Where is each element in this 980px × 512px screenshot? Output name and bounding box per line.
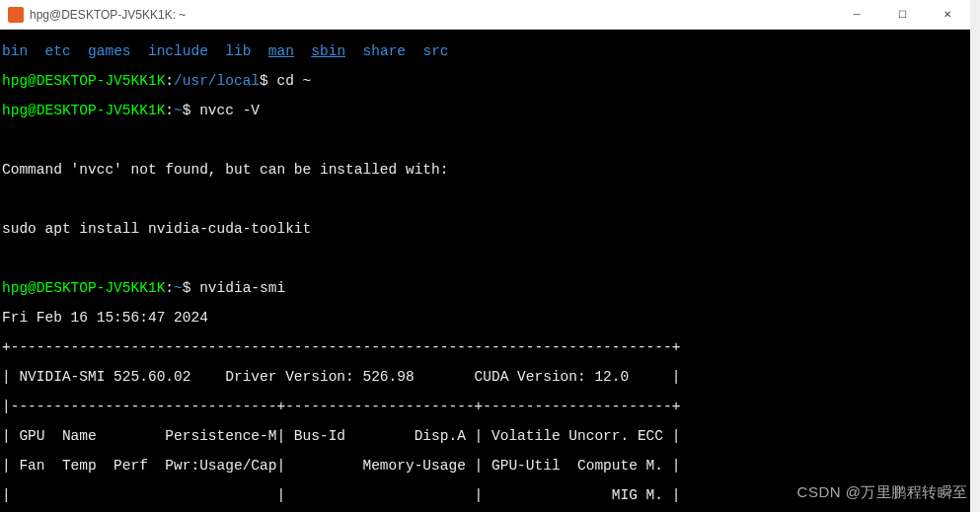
command-text: nvcc -V: [199, 103, 260, 118]
smi-col-header: | Fan Temp Perf Pwr:Usage/Cap| Memory-Us…: [2, 459, 968, 474]
prompt-user: hpg@DESKTOP-JV5KK1K: [2, 73, 165, 89]
watermark-text: CSDN @万里鹏程转瞬至: [797, 483, 968, 502]
dir-entry: man: [268, 43, 294, 59]
prompt-user: hpg@DESKTOP-JV5KK1K: [2, 103, 165, 118]
dir-entry: lib: [225, 43, 251, 59]
maximize-button[interactable]: ☐: [879, 0, 925, 30]
app-icon: [8, 7, 24, 23]
window-title: hpg@DESKTOP-JV5KK1K: ~: [30, 8, 834, 22]
prompt-user: hpg@DESKTOP-JV5KK1K: [2, 280, 165, 296]
terminal-output[interactable]: bin etc games include lib man sbin share…: [0, 30, 970, 512]
command-text: cd ~: [276, 73, 311, 89]
install-hint: sudo apt install nvidia-cuda-toolkit: [2, 222, 968, 237]
terminal-window: hpg@DESKTOP-JV5KK1K: ~ ─ ☐ ✕ bin etc gam…: [0, 0, 970, 512]
prompt-path: /usr/local: [174, 73, 260, 89]
smi-border: +---------------------------------------…: [2, 340, 968, 355]
timestamp: Fri Feb 16 15:56:47 2024: [2, 311, 968, 326]
dir-entry: share: [363, 43, 407, 59]
dir-entry: src: [422, 43, 448, 59]
dir-entry: games: [88, 43, 131, 59]
error-message: Command 'nvcc' not found, but can be ins…: [2, 163, 968, 178]
dir-entry: etc: [45, 43, 71, 59]
smi-header: | NVIDIA-SMI 525.60.02 Driver Version: 5…: [2, 370, 968, 385]
command-text: nvidia-smi: [199, 280, 285, 296]
prompt-path: ~: [174, 103, 183, 118]
smi-sep: |-------------------------------+-------…: [2, 400, 968, 414]
minimize-button[interactable]: ─: [834, 0, 879, 30]
window-titlebar[interactable]: hpg@DESKTOP-JV5KK1K: ~ ─ ☐ ✕: [0, 0, 970, 30]
dir-entry: sbin: [311, 43, 345, 59]
prompt-path: ~: [174, 280, 183, 296]
dir-entry: include: [148, 43, 208, 59]
close-button[interactable]: ✕: [925, 0, 970, 30]
dir-entry: bin: [2, 43, 28, 59]
smi-col-header: | GPU Name Persistence-M| Bus-Id Disp.A …: [2, 429, 968, 444]
window-controls: ─ ☐ ✕: [834, 0, 970, 30]
